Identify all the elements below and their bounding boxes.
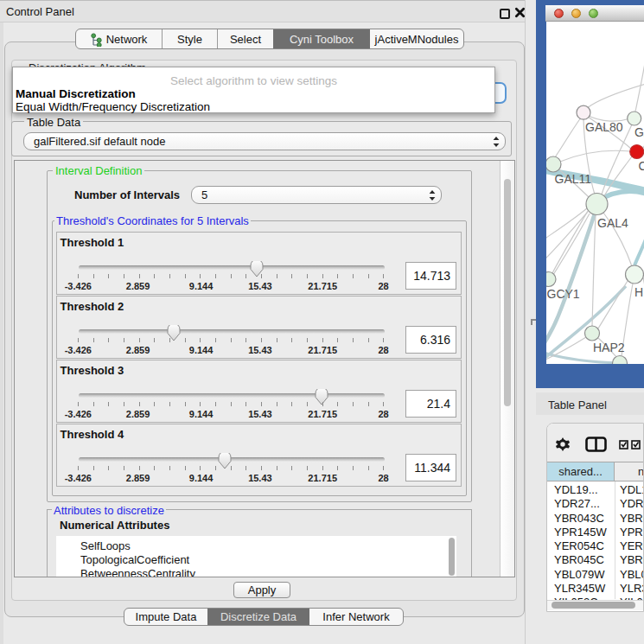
svg-text:GCY1: GCY1 [547,287,580,301]
svg-text:C: C [639,159,644,173]
svg-text:GAL11: GAL11 [555,172,592,186]
svg-text:GAL4: GAL4 [597,216,628,230]
svg-text:GA: GA [634,125,644,139]
svg-text:GAL80: GAL80 [585,120,623,134]
svg-text:HAP2: HAP2 [593,341,625,354]
svg-text:H: H [634,285,643,299]
